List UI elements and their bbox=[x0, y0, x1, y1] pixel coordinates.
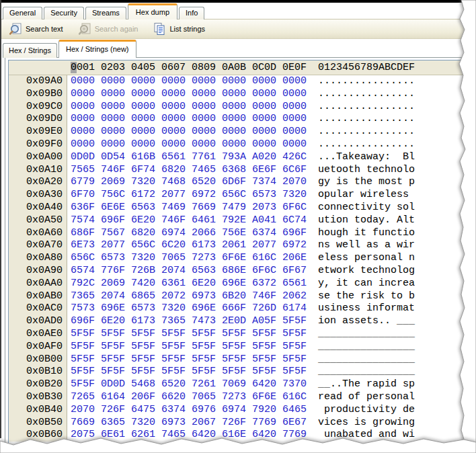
row-ascii[interactable]: y, it can increa bbox=[318, 278, 415, 290]
row-hex-bytes[interactable]: 0D0D 0D54 616B 6561 7761 793A A020 426C bbox=[67, 151, 307, 164]
row-hex-bytes[interactable]: 0000 0000 0000 0000 0000 0000 0000 0000 bbox=[67, 138, 307, 151]
row-ascii[interactable]: __..The rapid sp bbox=[318, 378, 415, 391]
hex-row[interactable]: 0x0B402070 726F 6475 6374 6976 6974 7920… bbox=[9, 404, 476, 417]
row-ascii[interactable]: hough it functio bbox=[318, 227, 415, 240]
hex-row[interactable]: 0x0A306F70 756C 6172 2077 6972 656C 6573… bbox=[9, 189, 476, 202]
tab-general[interactable]: General bbox=[3, 7, 42, 19]
row-ascii[interactable]: ns well as a wir bbox=[318, 239, 415, 252]
row-ascii[interactable]: opular wireless bbox=[318, 189, 415, 202]
row-ascii[interactable]: gy is the most p bbox=[318, 176, 415, 189]
row-hex-bytes[interactable]: 0000 0000 0000 0000 0000 0000 0000 0000 bbox=[67, 75, 307, 88]
row-ascii[interactable]: uetooth technolo bbox=[318, 164, 415, 177]
row-ascii[interactable]: eless personal n bbox=[318, 252, 415, 265]
row-hex-bytes[interactable]: 0000 0000 0000 0000 0000 0000 0000 0000 bbox=[67, 126, 307, 138]
row-hex-bytes[interactable]: 636F 6E6E 6563 7469 7669 7479 2073 6F6C bbox=[67, 202, 307, 214]
hex-row[interactable]: 0x0A906574 776F 726B 2074 6563 686E 6F6C… bbox=[9, 265, 476, 278]
hex-row[interactable]: 0x0AD0696F 6E20 6173 7365 7473 2E0D A05F… bbox=[9, 315, 476, 328]
hex-view[interactable]: 0001 0203 0405 0607 0809 0A0B 0C0D 0E0F … bbox=[8, 60, 476, 453]
row-hex-bytes[interactable]: 7573 696E 6573 7320 696E 666F 726D 6174 bbox=[67, 302, 307, 315]
row-hex-bytes[interactable]: 7669 6365 7320 6973 2067 726F 7769 6E67 bbox=[67, 417, 307, 429]
list-strings-button[interactable]: List strings bbox=[151, 21, 207, 37]
hex-row[interactable]: 0x0AE05F5F 5F5F 5F5F 5F5F 5F5F 5F5F 5F5F… bbox=[9, 328, 476, 341]
row-ascii[interactable]: read of personal bbox=[318, 391, 415, 404]
row-hex-bytes[interactable]: 0000 0000 0000 0000 0000 0000 0000 0000 bbox=[67, 101, 307, 114]
row-ascii[interactable]: usiness informat bbox=[318, 302, 415, 315]
row-ascii[interactable]: ................ bbox=[318, 113, 415, 126]
row-ascii[interactable]: se the risk to b bbox=[318, 290, 415, 303]
tab-info[interactable]: Info bbox=[179, 7, 204, 19]
hex-row[interactable]: 0x0A000D0D 0D54 616B 6561 7761 793A A020… bbox=[9, 151, 476, 164]
hex-row[interactable]: 0x0A507574 696F 6E20 746F 6461 792E A041… bbox=[9, 214, 476, 227]
search-again-button[interactable]: Search again bbox=[76, 21, 141, 37]
row-ascii[interactable]: ................ bbox=[318, 138, 415, 151]
row-ascii[interactable]: unabated and wi bbox=[318, 429, 415, 442]
row-hex-bytes[interactable]: 686F 7567 6820 6974 2066 756E 6374 696F bbox=[67, 227, 307, 240]
row-hex-bytes[interactable]: 6779 2069 7320 7468 6520 6D6F 7374 2070 bbox=[67, 176, 307, 189]
row-hex-bytes[interactable]: 7574 696F 6E20 746F 6461 792E A041 6C74 bbox=[67, 214, 307, 227]
row-address: 0x0A30 bbox=[9, 189, 67, 202]
row-hex-bytes[interactable]: 2070 726F 6475 6374 6976 6974 7920 6465 bbox=[67, 404, 307, 417]
hex-row[interactable]: 0x09B00000 0000 0000 0000 0000 0000 0000… bbox=[9, 88, 476, 101]
row-hex-bytes[interactable]: 0000 0000 0000 0000 0000 0000 0000 0000 bbox=[67, 88, 307, 101]
row-hex-bytes[interactable]: 0000 0000 0000 0000 0000 0000 0000 0000 bbox=[67, 113, 307, 126]
row-ascii[interactable]: vices is growing bbox=[318, 417, 415, 429]
row-ascii[interactable]: ________________ bbox=[318, 328, 415, 341]
hex-row[interactable]: 0x0A60686F 7567 6820 6974 2066 756E 6374… bbox=[9, 227, 476, 240]
row-hex-bytes[interactable]: 792C 2069 7420 6361 6E20 696E 6372 6561 bbox=[67, 278, 307, 290]
tab-hex-strings-new[interactable]: Hex / Strings (new) bbox=[58, 40, 136, 58]
hex-row[interactable]: 0x0AC07573 696E 6573 7320 696E 666F 726D… bbox=[9, 302, 476, 315]
search-text-button[interactable]: Search text bbox=[7, 21, 65, 37]
row-ascii[interactable]: ________________ bbox=[318, 354, 415, 366]
row-ascii[interactable]: ion assets.. ___ bbox=[318, 315, 415, 328]
tab-hex-strings[interactable]: Hex / Strings bbox=[3, 43, 57, 58]
row-hex-bytes[interactable]: 5F5F 5F5F 5F5F 5F5F 5F5F 5F5F 5F5F 5F5F bbox=[67, 328, 307, 341]
hex-row[interactable]: 0x0B507669 6365 7320 6973 2067 726F 7769… bbox=[9, 417, 476, 429]
row-ascii[interactable]: ................ bbox=[318, 75, 415, 88]
row-hex-bytes[interactable]: 5F5F 0D0D 5468 6520 7261 7069 6420 7370 bbox=[67, 378, 307, 391]
hex-row[interactable]: 0x0A706E73 2077 656C 6C20 6173 2061 2077… bbox=[9, 239, 476, 252]
tab-security[interactable]: Security bbox=[44, 7, 84, 19]
hex-row[interactable]: 0x0B105F5F 5F5F 5F5F 5F5F 5F5F 5F5F 5F5F… bbox=[9, 366, 476, 378]
row-hex-bytes[interactable]: 696F 6E20 6173 7365 7473 2E0D A05F 5F5F bbox=[67, 315, 307, 328]
hex-row[interactable]: 0x09C00000 0000 0000 0000 0000 0000 0000… bbox=[9, 101, 476, 114]
hex-row[interactable]: 0x0B307265 6164 206F 6620 7065 7273 6F6E… bbox=[9, 391, 476, 404]
hex-row[interactable]: 0x09D00000 0000 0000 0000 0000 0000 0000… bbox=[9, 113, 476, 126]
hex-row[interactable]: 0x0A107565 746F 6F74 6820 7465 6368 6E6F… bbox=[9, 164, 476, 177]
row-ascii[interactable]: productivity de bbox=[318, 404, 415, 417]
hex-row[interactable]: 0x09F00000 0000 0000 0000 0000 0000 0000… bbox=[9, 138, 476, 151]
row-ascii[interactable]: ................ bbox=[318, 101, 415, 114]
row-hex-bytes[interactable]: 7265 6164 206F 6620 7065 7273 6F6E 616C bbox=[67, 391, 307, 404]
row-hex-bytes[interactable]: 5F5F 5F5F 5F5F 5F5F 5F5F 5F5F 5F5F 5F5F bbox=[67, 341, 307, 354]
row-hex-bytes[interactable]: 656C 6573 7320 7065 7273 6F6E 616C 206E bbox=[67, 252, 307, 265]
row-ascii[interactable]: ________________ bbox=[318, 366, 415, 378]
row-ascii[interactable]: ................ bbox=[318, 126, 415, 138]
hex-row[interactable]: 0x0B205F5F 0D0D 5468 6520 7261 7069 6420… bbox=[9, 378, 476, 391]
hex-row[interactable]: 0x0A206779 2069 7320 7468 6520 6D6F 7374… bbox=[9, 176, 476, 189]
row-ascii[interactable]: ................ bbox=[318, 88, 415, 101]
row-hex-bytes[interactable]: 2075 6E61 6261 7465 6420 616E 6420 7769 bbox=[67, 429, 307, 442]
hex-row[interactable]: 0x0B602075 6E61 6261 7465 6420 616E 6420… bbox=[9, 429, 476, 442]
row-hex-bytes[interactable]: 6F70 756C 6172 2077 6972 656C 6573 7320 bbox=[67, 189, 307, 202]
row-ascii[interactable]: ution today. Alt bbox=[318, 214, 415, 227]
hex-row[interactable]: 0x0AB07365 2074 6865 2072 6973 6B20 746F… bbox=[9, 290, 476, 303]
row-hex-bytes[interactable]: 6574 776F 726B 2074 6563 686E 6F6C 6F67 bbox=[67, 265, 307, 278]
hex-row[interactable]: 0x09E00000 0000 0000 0000 0000 0000 0000… bbox=[9, 126, 476, 138]
row-ascii[interactable]: etwork technolog bbox=[318, 265, 415, 278]
row-hex-bytes[interactable]: 6E73 2077 656C 6C20 6173 2061 2077 6972 bbox=[67, 239, 307, 252]
hex-row[interactable]: 0x0A80656C 6573 7320 7065 7273 6F6E 616C… bbox=[9, 252, 476, 265]
hex-row[interactable]: 0x0AA0792C 2069 7420 6361 6E20 696E 6372… bbox=[9, 278, 476, 290]
tab-streams[interactable]: Streams bbox=[85, 7, 126, 19]
row-address: 0x0B00 bbox=[9, 354, 67, 366]
row-hex-bytes[interactable]: 5F5F 5F5F 5F5F 5F5F 5F5F 5F5F 5F5F 5F5F bbox=[67, 366, 307, 378]
row-hex-bytes[interactable]: 7565 746F 6F74 6820 7465 6368 6E6F 6C6F bbox=[67, 164, 307, 177]
hex-row[interactable]: 0x0AF05F5F 5F5F 5F5F 5F5F 5F5F 5F5F 5F5F… bbox=[9, 341, 476, 354]
row-ascii[interactable]: connectivity sol bbox=[318, 202, 415, 214]
hex-row[interactable]: 0x09A00000 0000 0000 0000 0000 0000 0000… bbox=[9, 75, 476, 88]
tab-hex-dump[interactable]: Hex dump bbox=[128, 3, 177, 19]
row-ascii[interactable]: ...Takeaway: Bl bbox=[318, 151, 415, 164]
hex-row[interactable]: 0x0A40636F 6E6E 6563 7469 7669 7479 2073… bbox=[9, 202, 476, 214]
row-hex-bytes[interactable]: 5F5F 5F5F 5F5F 5F5F 5F5F 5F5F 5F5F 5F5F bbox=[67, 354, 307, 366]
hex-row[interactable]: 0x0B005F5F 5F5F 5F5F 5F5F 5F5F 5F5F 5F5F… bbox=[9, 354, 476, 366]
row-ascii[interactable]: ________________ bbox=[318, 341, 415, 354]
row-hex-bytes[interactable]: 7365 2074 6865 2072 6973 6B20 746F 2062 bbox=[67, 290, 307, 303]
